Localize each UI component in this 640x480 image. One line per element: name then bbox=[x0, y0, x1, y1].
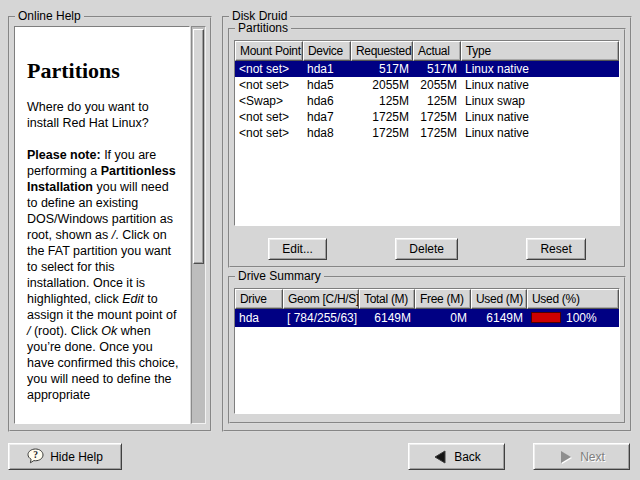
cell-used-percent: 100% bbox=[527, 309, 619, 327]
help-scrollbar-thumb[interactable] bbox=[193, 29, 204, 264]
help-ok-ref: Ok bbox=[101, 324, 117, 338]
cell-requested: 1725M bbox=[351, 125, 413, 141]
column-header-total[interactable]: Total (M) bbox=[359, 289, 415, 309]
cell-requested: 125M bbox=[351, 93, 413, 109]
column-header-geom[interactable]: Geom [C/H/S] bbox=[283, 289, 359, 309]
partitions-table-header: Mount Point Device Requested Actual Type bbox=[235, 41, 619, 61]
cell-device: hda7 bbox=[303, 109, 351, 125]
back-label: Back bbox=[454, 450, 481, 464]
hide-help-label: Hide Help bbox=[50, 450, 103, 464]
help-paragraph-2: Please note: If you are performing a Par… bbox=[27, 147, 179, 403]
drive-summary-table-body: hda [ 784/255/63] 6149M 0M 6149M 100% bbox=[235, 309, 619, 413]
cell-actual: 125M bbox=[413, 93, 461, 109]
cell-mount-point: <not set> bbox=[235, 109, 303, 125]
drive-summary-table: Drive Geom [C/H/S] Total (M) Free (M) Us… bbox=[234, 288, 620, 414]
next-arrow-icon bbox=[558, 449, 574, 465]
help-title: Partitions bbox=[27, 59, 179, 83]
help-scrollbar[interactable] bbox=[191, 26, 206, 424]
column-header-used-m[interactable]: Used (M) bbox=[471, 289, 527, 309]
partition-row[interactable]: <not set> hda7 1725M 1725M Linux native bbox=[235, 109, 619, 125]
partition-row[interactable]: <not set> hda1 517M 517M Linux native bbox=[235, 61, 619, 77]
help-edit-ref: Edit bbox=[122, 292, 144, 306]
column-header-requested[interactable]: Requested bbox=[351, 41, 413, 61]
column-header-type[interactable]: Type bbox=[461, 41, 619, 61]
drive-summary-frame: Drive Summary Drive Geom [C/H/S] Total (… bbox=[228, 276, 626, 424]
cell-requested: 1725M bbox=[351, 109, 413, 125]
partition-row[interactable]: <not set> hda5 2055M 2055M Linux native bbox=[235, 77, 619, 93]
column-header-actual[interactable]: Actual bbox=[413, 41, 461, 61]
cell-mount-point: <not set> bbox=[235, 125, 303, 141]
cell-free: 0M bbox=[415, 309, 471, 327]
next-button[interactable]: Next bbox=[533, 443, 630, 470]
help-note-label: Please note: bbox=[27, 148, 104, 162]
cell-mount-point: <not set> bbox=[235, 61, 303, 77]
drive-summary-frame-title: Drive Summary bbox=[235, 269, 324, 283]
back-button[interactable]: Back bbox=[408, 443, 505, 470]
column-header-device[interactable]: Device bbox=[303, 41, 351, 61]
cell-actual: 2055M bbox=[413, 77, 461, 93]
cell-type: Linux native bbox=[461, 109, 619, 125]
reset-button[interactable]: Reset bbox=[526, 238, 585, 260]
column-header-mount-point[interactable]: Mount Point bbox=[235, 41, 303, 61]
help-seg-10: (root). Click bbox=[30, 324, 101, 338]
cell-used-m: 6149M bbox=[471, 309, 527, 327]
cell-actual: 1725M bbox=[413, 109, 461, 125]
cell-device: hda8 bbox=[303, 125, 351, 141]
cell-type: Linux native bbox=[461, 77, 619, 93]
edit-button[interactable]: Edit... bbox=[268, 238, 327, 260]
cell-requested: 2055M bbox=[351, 77, 413, 93]
help-paragraph-1: Where do you want to install Red Hat Lin… bbox=[27, 99, 179, 131]
disk-druid-frame: Disk Druid Partitions Mount Point Device… bbox=[222, 16, 632, 432]
cell-total: 6149M bbox=[359, 309, 415, 327]
partitions-table: Mount Point Device Requested Actual Type… bbox=[234, 40, 620, 226]
back-arrow-icon bbox=[432, 449, 448, 465]
cell-type: Linux native bbox=[461, 61, 619, 77]
used-percent-bar bbox=[531, 312, 561, 323]
column-header-drive[interactable]: Drive bbox=[235, 289, 283, 309]
column-header-free[interactable]: Free (M) bbox=[415, 289, 471, 309]
cell-device: hda5 bbox=[303, 77, 351, 93]
partitions-table-body: <not set> hda1 517M 517M Linux native <n… bbox=[235, 61, 619, 225]
used-percent-value: 100% bbox=[566, 311, 597, 325]
partition-actions: Edit... Delete Reset bbox=[234, 237, 620, 260]
partitions-frame-title: Partitions bbox=[235, 21, 291, 35]
column-header-used-percent[interactable]: Used (%) bbox=[527, 289, 619, 309]
cell-type: Linux native bbox=[461, 125, 619, 141]
cell-mount-point: <Swap> bbox=[235, 93, 303, 109]
cell-actual: 1725M bbox=[413, 125, 461, 141]
partitions-frame: Partitions Mount Point Device Requested … bbox=[228, 28, 626, 268]
help-balloon-icon: ? bbox=[27, 448, 44, 465]
cell-requested: 517M bbox=[351, 61, 413, 77]
partition-row[interactable]: <Swap> hda6 125M 125M Linux swap bbox=[235, 93, 619, 109]
cell-device: hda1 bbox=[303, 61, 351, 77]
cell-geom: [ 784/255/63] bbox=[283, 309, 359, 327]
cell-mount-point: <not set> bbox=[235, 77, 303, 93]
cell-drive: hda bbox=[235, 309, 283, 327]
cell-actual: 517M bbox=[413, 61, 461, 77]
delete-button[interactable]: Delete bbox=[395, 238, 458, 260]
online-help-frame: Online Help Partitions Where do you want… bbox=[8, 16, 212, 432]
installer-screen: Online Help Partitions Where do you want… bbox=[0, 0, 640, 480]
partition-row[interactable]: <not set> hda8 1725M 1725M Linux native bbox=[235, 125, 619, 141]
help-body: Partitions Where do you want to install … bbox=[14, 26, 206, 424]
online-help-frame-title: Online Help bbox=[15, 9, 84, 23]
cell-device: hda6 bbox=[303, 93, 351, 109]
help-text-area: Partitions Where do you want to install … bbox=[14, 26, 190, 424]
hide-help-button[interactable]: ? Hide Help bbox=[8, 443, 122, 470]
drive-row[interactable]: hda [ 784/255/63] 6149M 0M 6149M 100% bbox=[235, 309, 619, 327]
svg-text:?: ? bbox=[33, 450, 38, 460]
cell-type: Linux swap bbox=[461, 93, 619, 109]
drive-summary-table-header: Drive Geom [C/H/S] Total (M) Free (M) Us… bbox=[235, 289, 619, 309]
next-label: Next bbox=[580, 450, 605, 464]
